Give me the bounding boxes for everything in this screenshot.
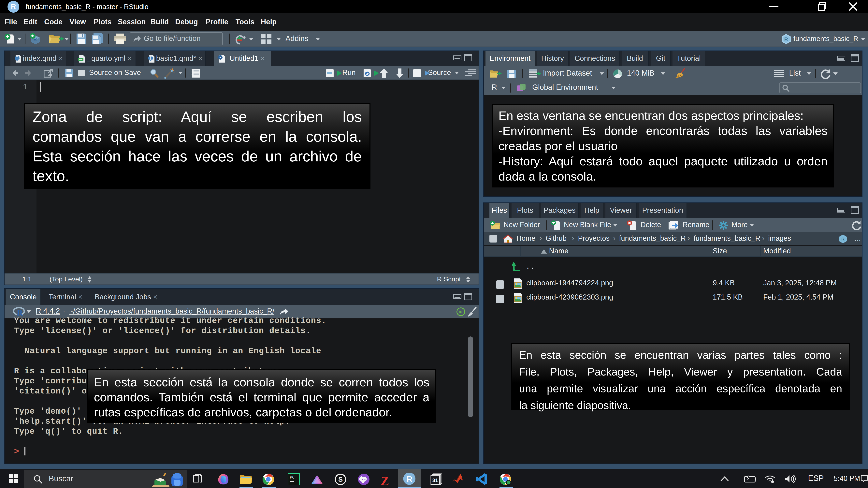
- svg-text:31: 31: [432, 477, 438, 483]
- svg-text:R: R: [219, 56, 221, 59]
- svg-text:YML: YML: [79, 58, 83, 61]
- svg-text:∞: ∞: [459, 309, 462, 314]
- svg-text:R: R: [17, 308, 23, 317]
- svg-text:R: R: [784, 36, 788, 42]
- svg-text:PC: PC: [290, 475, 294, 480]
- svg-text:S: S: [338, 476, 343, 483]
- svg-text:R: R: [841, 237, 844, 242]
